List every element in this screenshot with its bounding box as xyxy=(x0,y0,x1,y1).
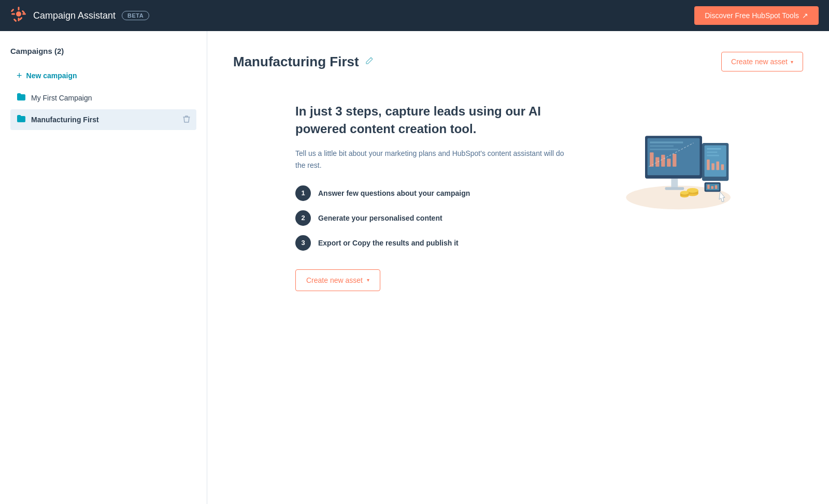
svg-rect-26 xyxy=(707,151,717,153)
svg-rect-25 xyxy=(707,148,721,150)
discover-tools-button[interactable]: Discover Free HubSpot Tools ↗ xyxy=(694,6,819,25)
header-left: Campaign Assistant BETA xyxy=(10,6,149,26)
step-number-3: 3 xyxy=(295,235,311,251)
external-link-icon: ↗ xyxy=(802,11,808,20)
svg-rect-21 xyxy=(673,154,676,167)
sidebar-item-my-first-campaign[interactable]: My First Campaign xyxy=(10,88,196,108)
svg-point-42 xyxy=(680,191,689,195)
campaign-name: Manufacturing First xyxy=(31,116,178,124)
devices-illustration xyxy=(606,103,741,217)
content-header: Manufacturing First Create new asset ▾ xyxy=(233,52,803,71)
hero-subtitle: Tell us a little bit about your marketin… xyxy=(295,148,565,171)
step-item-2: 2 Generate your personalised content xyxy=(295,210,565,226)
new-campaign-label: New campaign xyxy=(26,71,77,80)
create-asset-main-button[interactable]: Create new asset ▾ xyxy=(295,269,380,291)
svg-rect-2 xyxy=(18,18,20,21)
svg-rect-31 xyxy=(721,164,724,170)
svg-rect-16 xyxy=(650,149,678,150)
svg-rect-8 xyxy=(22,10,25,13)
campaigns-title: Campaigns (2) xyxy=(10,47,196,55)
chevron-down-icon: ▾ xyxy=(367,277,369,283)
step-number-1: 1 xyxy=(295,185,311,201)
step-number-2: 2 xyxy=(295,210,311,226)
app-header: Campaign Assistant BETA Discover Free Hu… xyxy=(0,0,829,31)
hero-title: In just 3 steps, capture leads using our… xyxy=(295,103,565,137)
chevron-down-icon: ▾ xyxy=(791,59,793,65)
sidebar-item-manufacturing-first[interactable]: Manufacturing First xyxy=(10,109,196,130)
svg-rect-5 xyxy=(11,8,15,12)
svg-rect-36 xyxy=(715,185,718,189)
folder-icon xyxy=(17,93,26,103)
create-asset-header-button[interactable]: Create new asset ▾ xyxy=(721,52,803,71)
plus-icon: + xyxy=(17,71,22,80)
svg-rect-7 xyxy=(13,18,17,22)
svg-rect-27 xyxy=(707,155,719,156)
svg-rect-6 xyxy=(19,17,23,20)
step-text-3: Export or Copy the results and publish i… xyxy=(318,239,459,247)
svg-rect-10 xyxy=(671,179,678,188)
app-title: Campaign Assistant xyxy=(33,10,116,21)
step-text-1: Answer few questions about your campaign xyxy=(318,189,470,197)
svg-rect-15 xyxy=(650,146,674,147)
steps-list: 1 Answer few questions about your campai… xyxy=(295,185,565,251)
svg-rect-34 xyxy=(707,185,710,189)
svg-rect-20 xyxy=(667,159,670,167)
trash-icon[interactable] xyxy=(183,115,190,125)
step-item-3: 3 Export or Copy the results and publish… xyxy=(295,235,565,251)
page-title: Manufacturing First xyxy=(233,54,359,70)
svg-rect-3 xyxy=(11,13,15,15)
beta-badge: BETA xyxy=(122,11,149,20)
main-content: Manufacturing First Create new asset ▾ I… xyxy=(207,31,829,504)
sidebar: Campaigns (2) + New campaign My First Ca… xyxy=(0,31,207,504)
svg-rect-19 xyxy=(661,155,665,167)
illustration xyxy=(606,103,741,217)
edit-icon[interactable] xyxy=(365,56,374,67)
svg-rect-30 xyxy=(717,162,720,170)
step-text-2: Generate your personalised content xyxy=(318,214,442,222)
svg-rect-35 xyxy=(711,186,713,189)
svg-rect-11 xyxy=(665,187,684,190)
main-layout: Campaigns (2) + New campaign My First Ca… xyxy=(0,31,829,504)
svg-rect-1 xyxy=(18,7,20,10)
new-campaign-button[interactable]: + New campaign xyxy=(10,66,196,85)
svg-point-0 xyxy=(16,11,21,17)
svg-rect-14 xyxy=(650,141,683,143)
title-group: Manufacturing First xyxy=(233,54,374,70)
folder-icon xyxy=(17,114,26,125)
campaign-name: My First Campaign xyxy=(31,94,190,102)
svg-rect-4 xyxy=(22,13,26,15)
left-section: In just 3 steps, capture leads using our… xyxy=(295,103,565,291)
svg-point-39 xyxy=(687,188,698,193)
svg-rect-28 xyxy=(707,160,710,170)
step-item-1: 1 Answer few questions about your campai… xyxy=(295,185,565,201)
center-content: In just 3 steps, capture leads using our… xyxy=(259,103,777,291)
svg-rect-29 xyxy=(711,163,714,170)
svg-rect-18 xyxy=(655,157,659,166)
hubspot-logo-icon xyxy=(10,6,27,26)
